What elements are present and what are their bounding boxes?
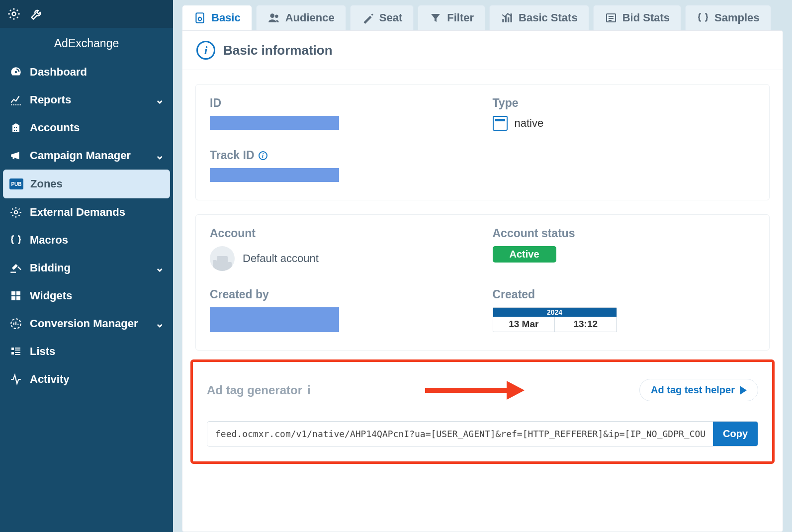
sidebar-item-label: Activity bbox=[30, 373, 69, 386]
wand-icon bbox=[361, 11, 374, 24]
gen-title-text: Ad tag generator bbox=[207, 383, 302, 397]
sidebar-item-label: Accounts bbox=[30, 121, 80, 134]
sidebar-item-macros[interactable]: Macros bbox=[3, 226, 170, 254]
refresh-chart-icon bbox=[9, 317, 23, 331]
sidebar-item-reports[interactable]: Reports ⌄ bbox=[3, 86, 170, 114]
sidebar-item-label: Bidding bbox=[30, 262, 71, 274]
users-icon bbox=[267, 11, 280, 24]
section-header: i Basic information bbox=[182, 31, 783, 70]
tab-label: Bid Stats bbox=[622, 11, 670, 24]
main-area: Basic Audience Seat Filter Basic Stats B… bbox=[173, 0, 792, 532]
sidebar-item-accounts[interactable]: Accounts bbox=[3, 114, 170, 142]
sidebar-top-toolbar bbox=[0, 0, 173, 28]
network-icon bbox=[9, 205, 23, 219]
megaphone-icon bbox=[9, 149, 23, 163]
svg-rect-12 bbox=[11, 352, 14, 355]
braces-icon bbox=[9, 233, 23, 247]
helper-btn-label: Ad tag test helper bbox=[651, 384, 735, 396]
tab-basic[interactable]: Basic bbox=[182, 5, 252, 30]
list-icon bbox=[9, 345, 23, 358]
sidebar-item-label: External Demands bbox=[30, 206, 125, 219]
ad-tag-code-input[interactable] bbox=[207, 422, 713, 446]
sidebar-item-conversion-manager[interactable]: Conversion Manager ⌄ bbox=[3, 310, 170, 338]
tab-samples[interactable]: Samples bbox=[685, 5, 771, 30]
tab-label: Filter bbox=[447, 11, 474, 24]
tools-icon[interactable] bbox=[30, 7, 44, 21]
sidebar-nav: Dashboard Reports ⌄ Accounts Campaign Ma… bbox=[0, 54, 173, 397]
sidebar-item-label: Zones bbox=[30, 177, 63, 190]
field-type: Type native bbox=[493, 96, 756, 132]
sidebar-item-label: Macros bbox=[30, 234, 68, 247]
sidebar-item-label: Widgets bbox=[30, 289, 72, 302]
field-label-id: ID bbox=[210, 96, 473, 110]
basic-info-card: ID Type native Track ID i bbox=[195, 84, 770, 200]
tab-audience[interactable]: Audience bbox=[256, 5, 346, 30]
network-icon[interactable] bbox=[7, 7, 21, 21]
sidebar-item-label: Reports bbox=[30, 93, 71, 106]
chevron-down-icon: ⌄ bbox=[155, 93, 164, 106]
ad-tag-code-row: Copy bbox=[207, 421, 758, 446]
track-id-text: Track ID bbox=[210, 149, 255, 162]
ad-tag-generator-title: Ad tag generator i bbox=[207, 383, 311, 397]
account-card: Account Default account Account status A… bbox=[195, 214, 770, 351]
svg-rect-6 bbox=[11, 296, 15, 300]
content-panel: i Basic information ID Type native bbox=[182, 30, 783, 532]
gauge-icon bbox=[9, 65, 23, 79]
section-title: Basic information bbox=[223, 43, 333, 58]
svg-rect-10 bbox=[15, 348, 20, 349]
sidebar-item-label: Dashboard bbox=[30, 66, 87, 79]
ad-tag-generator-highlight: Ad tag generator i Ad tag test helper Co… bbox=[190, 359, 775, 464]
sidebar-item-lists[interactable]: Lists bbox=[3, 338, 170, 365]
sidebar-item-activity[interactable]: Activity bbox=[3, 365, 170, 393]
field-created-by: Created by bbox=[210, 288, 473, 334]
trend-chart-icon bbox=[501, 11, 514, 24]
sidebar-item-zones[interactable]: PUB Zones bbox=[3, 170, 170, 198]
svg-rect-13 bbox=[15, 352, 20, 353]
braces-icon bbox=[697, 11, 709, 24]
tab-label: Samples bbox=[714, 11, 760, 24]
chevron-down-icon: ⌄ bbox=[155, 317, 164, 330]
ad-tag-test-helper-button[interactable]: Ad tag test helper bbox=[639, 379, 758, 401]
funnel-icon bbox=[429, 11, 442, 24]
svg-point-18 bbox=[275, 15, 278, 18]
account-avatar-icon bbox=[210, 246, 235, 271]
clipboard-gear-icon bbox=[193, 11, 206, 24]
svg-rect-7 bbox=[16, 296, 20, 300]
field-label-track-id: Track ID i bbox=[210, 149, 473, 162]
field-label-account-status: Account status bbox=[493, 227, 756, 240]
svg-point-3 bbox=[14, 211, 18, 214]
redacted-value bbox=[210, 168, 339, 182]
type-value: native bbox=[515, 117, 544, 130]
svg-point-0 bbox=[12, 12, 16, 16]
tab-seat[interactable]: Seat bbox=[350, 5, 414, 30]
sidebar-item-label: Conversion Manager bbox=[30, 317, 138, 330]
grid-icon bbox=[9, 289, 23, 303]
sidebar-item-widgets[interactable]: Widgets bbox=[3, 282, 170, 310]
svg-rect-5 bbox=[16, 291, 20, 295]
copy-button[interactable]: Copy bbox=[713, 422, 758, 446]
info-icon: i bbox=[196, 41, 215, 60]
tab-bid-stats[interactable]: Bid Stats bbox=[593, 5, 681, 30]
tab-basic-stats[interactable]: Basic Stats bbox=[489, 5, 589, 30]
status-badge: Active bbox=[493, 246, 556, 263]
activity-icon bbox=[9, 372, 23, 386]
help-icon[interactable]: i bbox=[259, 151, 267, 160]
svg-rect-14 bbox=[15, 354, 20, 355]
field-label-created-by: Created by bbox=[210, 288, 473, 301]
created-time: 13:12 bbox=[554, 317, 616, 332]
field-label-type: Type bbox=[493, 96, 756, 110]
tab-label: Basic bbox=[211, 11, 241, 24]
sidebar-item-bidding[interactable]: Bidding ⌄ bbox=[3, 254, 170, 282]
tab-label: Basic Stats bbox=[519, 11, 578, 24]
help-icon[interactable]: i bbox=[307, 383, 311, 397]
redacted-value bbox=[210, 116, 339, 130]
tab-filter[interactable]: Filter bbox=[418, 5, 485, 30]
sidebar-item-campaign-manager[interactable]: Campaign Manager ⌄ bbox=[3, 142, 170, 170]
account-name: Default account bbox=[243, 252, 319, 265]
sidebar-item-dashboard[interactable]: Dashboard bbox=[3, 58, 170, 86]
pub-badge-icon: PUB bbox=[9, 177, 23, 191]
tabs: Basic Audience Seat Filter Basic Stats B… bbox=[182, 0, 792, 30]
sidebar-item-external-demands[interactable]: External Demands bbox=[3, 198, 170, 226]
field-id: ID bbox=[210, 96, 473, 132]
svg-text:PUB: PUB bbox=[11, 181, 21, 187]
